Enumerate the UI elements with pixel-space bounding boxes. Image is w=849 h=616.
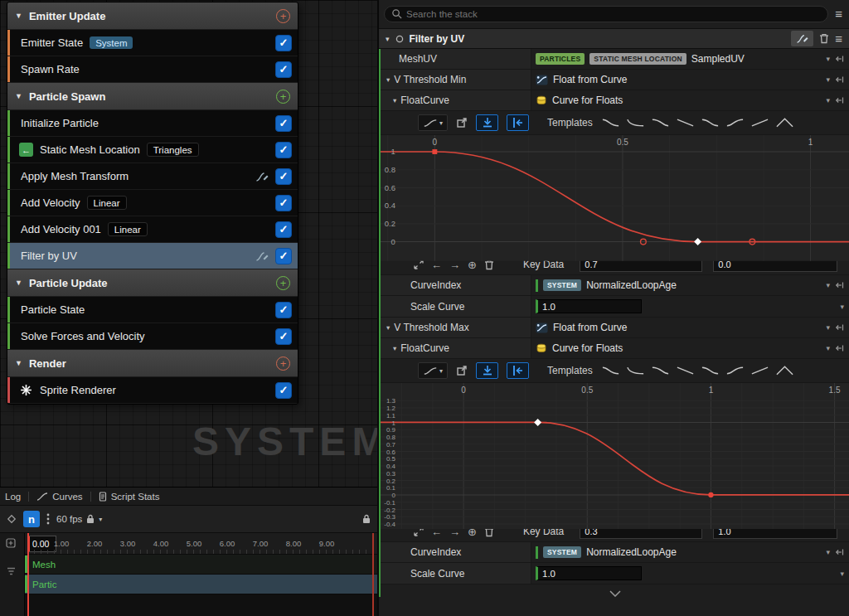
stack-module-row[interactable]: Add VelocityLinear✓	[7, 190, 298, 216]
stack-module-row[interactable]: Spawn Rate✓	[7, 56, 298, 83]
curve-index-value-dropdown[interactable]: SYSTEM NormalizedLoopAge ▾	[531, 275, 849, 295]
tab-script-stats[interactable]: Script Stats	[99, 492, 160, 502]
track-row-mesh[interactable]: Mesh	[25, 555, 377, 575]
add-module-icon[interactable]: +	[276, 357, 290, 371]
expander-icon[interactable]: ▾	[386, 75, 390, 84]
add-track-icon[interactable]	[6, 538, 16, 548]
module-enabled-checkbox[interactable]: ✓	[275, 195, 292, 211]
curve-template-icon[interactable]	[725, 365, 745, 376]
curve-template-icon[interactable]	[676, 365, 695, 376]
curve-template-icon[interactable]	[626, 365, 645, 376]
stack-module-row[interactable]: Sprite Renderer✓	[7, 377, 298, 404]
curve-template-icon[interactable]	[701, 117, 720, 129]
curve-view-button[interactable]: ▾	[418, 362, 448, 379]
curve-template-icon[interactable]	[750, 365, 769, 376]
module-enabled-checkbox[interactable]: ✓	[275, 115, 292, 132]
scale-curve-input[interactable]	[536, 299, 642, 313]
stack-module-row[interactable]: Emitter StateSystem✓	[7, 30, 298, 56]
curve-type-dropdown[interactable]: Curve for Floats ▾	[531, 90, 849, 110]
module-menu-icon[interactable]: ≡	[835, 32, 842, 45]
reset-icon[interactable]	[835, 281, 844, 289]
stack-module-row[interactable]: Solve Forces and Velocity✓	[7, 323, 298, 350]
expander-icon[interactable]: ▾	[386, 323, 390, 332]
stack-group-header[interactable]: ▼Emitter Update+	[7, 2, 298, 30]
curve-view-button[interactable]: ▾	[418, 114, 448, 131]
expander-icon[interactable]: ▾	[393, 344, 396, 352]
reset-icon[interactable]	[835, 75, 844, 84]
curve-edit-icon[interactable]	[255, 171, 269, 182]
reset-icon[interactable]	[835, 323, 844, 332]
expander-icon[interactable]: ▾	[393, 96, 396, 104]
add-module-icon[interactable]: +	[276, 9, 290, 23]
curve-template-icon[interactable]	[601, 365, 620, 376]
range-end-marker[interactable]	[372, 533, 374, 616]
meshuv-value-dropdown[interactable]: PARTICLES STATIC MESH LOCATION SampledUV…	[531, 49, 849, 69]
lock-timeline-icon[interactable]	[362, 514, 371, 524]
keyframe-icon[interactable]	[7, 514, 17, 524]
stack-group-header[interactable]: ▼Render+	[7, 350, 298, 377]
stack-group-header[interactable]: ▼Particle Spawn+	[7, 83, 298, 110]
panel-menu-icon[interactable]: ≡	[835, 7, 842, 20]
module-enabled-checkbox[interactable]: ✓	[275, 61, 292, 78]
curve-graph[interactable]: 00.5110.80.60.40.20	[381, 135, 849, 255]
delete-module-button[interactable]	[819, 33, 829, 44]
fit-view-icon[interactable]	[414, 259, 424, 269]
snap-value-button[interactable]	[507, 114, 529, 131]
track-row-particles[interactable]: Partic	[25, 575, 377, 594]
curve-edit-icon[interactable]	[255, 250, 269, 262]
add-module-icon[interactable]: +	[276, 276, 290, 290]
snap-time-button[interactable]	[476, 114, 498, 131]
reset-icon[interactable]	[835, 96, 844, 104]
fps-selector[interactable]: 60 fps ▾	[56, 514, 102, 524]
reset-icon[interactable]	[835, 344, 844, 352]
stack-search-input[interactable]	[406, 9, 821, 19]
curve-template-icon[interactable]	[775, 365, 794, 376]
selection-header[interactable]: ▾ Filter by UV ≡	[379, 28, 849, 49]
tab-curves[interactable]: Curves	[36, 492, 82, 502]
scale-curve-input[interactable]	[536, 566, 642, 580]
curve-edit-button[interactable]	[791, 31, 813, 46]
curve-template-icon[interactable]	[775, 117, 794, 129]
track-filter-icon[interactable]	[7, 567, 16, 575]
module-enabled-checkbox[interactable]: ✓	[275, 142, 292, 158]
add-module-icon[interactable]: +	[276, 90, 290, 104]
more-options-icon[interactable]	[46, 513, 50, 525]
curve-template-icon[interactable]	[601, 117, 620, 129]
reset-icon[interactable]	[835, 548, 844, 556]
module-enabled-checkbox[interactable]: ✓	[275, 328, 292, 345]
curve-graph[interactable]: 00.511.51.31.21.110.90.80.70.60.50.40.30…	[381, 383, 849, 521]
stack-module-row[interactable]: Particle State✓	[7, 297, 298, 323]
dynamic-input-dropdown[interactable]: Float from Curve ▾	[531, 70, 849, 90]
stack-module-row[interactable]: Initialize Particle✓	[7, 110, 298, 137]
snap-value-button[interactable]	[507, 362, 529, 379]
search-box[interactable]	[384, 6, 828, 22]
module-enabled-checkbox[interactable]: ✓	[275, 382, 292, 399]
curve-template-icon[interactable]	[651, 117, 670, 129]
curve-template-icon[interactable]	[750, 117, 769, 129]
open-curve-editor-icon[interactable]	[456, 365, 468, 376]
timeline-ruler[interactable]: 0.00 1.002.003.004.005.006.007.008.009.0…	[0, 533, 377, 555]
stack-module-row[interactable]: Filter by UV✓	[7, 243, 298, 269]
stack-module-row[interactable]: Apply Mesh Transform✓	[7, 163, 298, 190]
module-enabled-checkbox[interactable]: ✓	[275, 302, 292, 318]
curve-type-dropdown[interactable]: Curve for Floats ▾	[531, 338, 849, 358]
dynamic-input-dropdown[interactable]: Float from Curve ▾	[531, 318, 849, 337]
stack-group-header[interactable]: ▼Particle Update+	[7, 269, 298, 297]
snap-time-button[interactable]	[476, 362, 498, 379]
playhead[interactable]	[27, 533, 29, 616]
module-enabled-checkbox[interactable]: ✓	[275, 168, 292, 185]
module-enabled-checkbox[interactable]: ✓	[275, 221, 292, 238]
tab-log[interactable]: Log	[5, 492, 21, 502]
details-footer[interactable]	[381, 584, 849, 597]
module-enabled-checkbox[interactable]: ✓	[275, 35, 292, 51]
curve-template-icon[interactable]	[626, 117, 645, 129]
curve-template-icon[interactable]	[676, 117, 695, 129]
reset-icon[interactable]	[835, 55, 844, 63]
stack-module-row[interactable]: Add Velocity 001Linear✓	[7, 216, 298, 243]
curve-index-value-dropdown[interactable]: SYSTEM NormalizedLoopAge ▾	[531, 542, 849, 562]
curve-template-icon[interactable]	[701, 365, 720, 376]
niagara-icon[interactable]: n	[23, 511, 40, 527]
module-enabled-checkbox[interactable]: ✓	[275, 248, 292, 264]
curve-template-icon[interactable]	[651, 365, 670, 376]
curve-template-icon[interactable]	[725, 117, 745, 129]
